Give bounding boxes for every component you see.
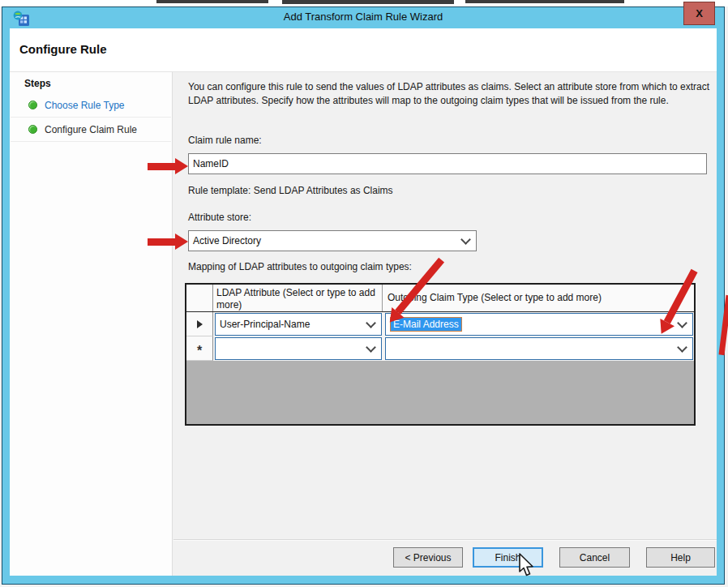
- page-title: Configure Rule: [19, 42, 107, 56]
- outgoing-claim-type-combobox-row1[interactable]: E-Mail Address: [385, 313, 693, 336]
- step-item-configure-claim-rule[interactable]: Configure Claim Rule: [11, 118, 171, 142]
- rule-template-text: Rule template: Send LDAP Attributes as C…: [188, 185, 393, 196]
- step-completed-icon: [28, 125, 37, 134]
- previous-button[interactable]: < Previous: [393, 547, 463, 568]
- mapping-grid: LDAP Attribute (Select or type to add mo…: [185, 283, 696, 426]
- help-button-label: Help: [670, 552, 691, 563]
- annotation-arrow-claim-rule-name: [148, 158, 188, 174]
- annotation-arrow-attribute-store: [148, 234, 188, 250]
- chevron-down-icon: [677, 342, 687, 353]
- attribute-store-value: Active Directory: [193, 235, 261, 246]
- background-text-fragment: [465, 0, 624, 3]
- steps-heading: Steps: [24, 78, 51, 89]
- ldap-attribute-column-header: LDAP Attribute (Select or type to add mo…: [213, 285, 383, 311]
- claim-rule-name-input[interactable]: [188, 153, 707, 174]
- step-completed-icon: [28, 101, 37, 109]
- dialog-header-band: [10, 28, 717, 71]
- cancel-button-label: Cancel: [580, 552, 610, 563]
- help-button[interactable]: Help: [646, 547, 715, 568]
- new-row-asterisk-icon: *: [197, 348, 202, 354]
- close-icon: X: [696, 7, 703, 19]
- row-pointer-icon: [197, 320, 203, 328]
- current-row-marker: [186, 312, 213, 336]
- ldap-attribute-combobox-row2[interactable]: [215, 337, 382, 360]
- mapping-label: Mapping of LDAP attributes to outgoing c…: [188, 261, 412, 272]
- button-bar-separator: [173, 539, 717, 541]
- mouse-cursor-icon: [516, 553, 535, 579]
- attribute-store-combobox[interactable]: Active Directory: [188, 230, 477, 251]
- step-label: Choose Rule Type: [45, 100, 125, 111]
- mapping-row-1: User-Principal-Name E-Mail Address: [186, 312, 694, 336]
- outgoing-claim-type-combobox-row2[interactable]: [385, 337, 693, 360]
- background-text-fragment: [282, 0, 454, 4]
- chevron-down-icon: [366, 318, 376, 328]
- chevron-down-icon: [677, 318, 687, 328]
- step-label: Configure Claim Rule: [45, 124, 137, 135]
- cancel-button[interactable]: Cancel: [559, 547, 630, 568]
- chevron-down-icon: [366, 342, 376, 353]
- outgoing-claim-type-column-header: Outgoing Claim Type (Select or type to a…: [383, 285, 694, 311]
- new-row-marker: *: [186, 336, 213, 361]
- attribute-store-label: Attribute store:: [188, 212, 251, 223]
- ldap-attribute-combobox-row1[interactable]: User-Principal-Name: [215, 313, 382, 336]
- previous-button-label: < Previous: [405, 552, 451, 563]
- step-item-choose-rule-type[interactable]: Choose Rule Type: [11, 93, 171, 118]
- steps-panel: [10, 71, 173, 576]
- claim-rule-name-label: Claim rule name:: [188, 135, 262, 146]
- row-marker-header-cell: [186, 285, 213, 311]
- rule-description-text: You can configure this rule to send the …: [188, 80, 715, 109]
- background-text-fragment: [156, 0, 268, 3]
- mapping-grid-header: LDAP Attribute (Select or type to add mo…: [186, 285, 694, 312]
- close-button[interactable]: X: [683, 2, 715, 25]
- chevron-down-icon: [460, 234, 471, 245]
- background-window-strip: [0, 0, 728, 6]
- mapping-row-new: *: [186, 336, 694, 361]
- window-title: Add Transform Claim Rule Wizard: [2, 11, 725, 23]
- adfs-app-icon: [13, 11, 30, 27]
- ldap-attribute-value: User-Principal-Name: [220, 319, 310, 330]
